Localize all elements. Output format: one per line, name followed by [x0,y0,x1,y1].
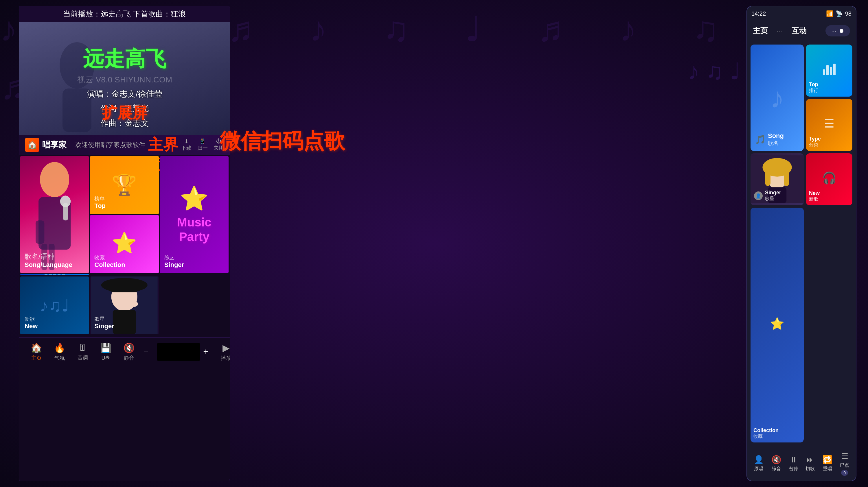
phone-mute-icon: 🔇 [771,455,781,464]
volume-display[interactable] [157,343,200,361]
now-playing-bar: 当前播放：远走高飞 下首歌曲：狂浪 [19,6,230,22]
phone-menu-new[interactable]: 🎧 New 新歌 [806,153,852,205]
phone-status-icons: 📶 📡 98 [826,10,851,17]
phone-new-en: New [809,190,820,196]
svg-point-3 [40,162,69,197]
nav-pitch[interactable]: 🎚 音调 [71,343,94,361]
phone-mute-ctrl[interactable]: 🔇 静音 [771,455,781,472]
singer2-zh: 歌星 [94,316,114,322]
music-notes-decoration: ♪ ♫ ♩ [688,58,741,85]
category-new[interactable]: ♪♫♩ 新歌 New [20,277,89,334]
pitch-icon: 🎚 [78,343,87,353]
phone-type-zh: 分类 [809,142,821,148]
phone-status-bar: 14:22 📶 📡 98 [747,6,856,21]
variety-label: 综艺 Singer [164,254,184,269]
volume-slider-area: + [151,343,214,361]
mute-icon: 🔇 [123,343,135,353]
original-vocal-icon: 👤 [754,455,764,464]
top-zh: 榜单 [94,195,105,202]
phone-signal-icon: 📶 [826,10,833,17]
phone-menu-grid: ♪ 🎵 Song 歌名 Top 排行 [747,41,856,446]
phone-wifi-icon: 📡 [836,10,843,17]
phone-icon: 📱 [199,138,206,144]
video-info-line1: 演唱：金志文/徐佳莹 [19,87,230,101]
phone-next-ctrl[interactable]: ⏭ 切歌 [806,455,815,472]
category-grid-row2: ♪♫♩ 新歌 New 歌星 Singer [19,277,230,337]
phone-tab-separator: ⋯ [777,27,783,35]
phone-new-zh: 新歌 [809,196,820,202]
phone-nav-tabs: 主页 ⋯ 互动 ··· ⏺ [747,21,856,41]
type-icon [44,274,65,275]
right-phone-panel: 14:22 📶 📡 98 主页 ⋯ 互动 ··· ⏺ ♪ 🎵 Song [746,6,857,481]
phone-queued-ctrl[interactable]: ☰ 已点 0 [840,451,849,476]
phone-label: 归一 [197,144,208,152]
variety-zh: 综艺 [164,254,184,261]
phone-type-icon: ☰ [824,117,834,130]
phone-next-label: 切歌 [806,466,815,472]
phone-top-icon [823,64,836,75]
header-icons: ⬇ 下载 📱 归一 ⏻ 关闭 [181,138,224,152]
nav-mute-label: 静音 [124,355,134,361]
download-label: 下载 [181,144,191,152]
category-collection[interactable]: ⭐ 收藏 Collection [90,215,159,273]
phone-queued-label: 已点 [840,462,849,468]
phone-song-icon-label: 🎵 Song 歌名 [755,132,784,147]
nav-pitch-label: 音调 [78,354,88,361]
singer-avatar-small: 👤 [754,191,763,200]
phone-tab-interact[interactable]: 互动 [792,26,807,36]
phone-pause-ctrl[interactable]: ⏸ 暂停 [789,455,798,472]
phone-menu-song[interactable]: ♪ 🎵 Song 歌名 [750,44,804,151]
nav-mute[interactable]: 🔇 静音 [118,343,141,361]
category-singer[interactable]: 歌名/语种 Song/Language [20,156,89,273]
home-icon: 🏠 [31,343,42,353]
download-button[interactable]: ⬇ 下载 [181,138,191,152]
phone-song-en: Song [768,132,784,140]
phone-song-label: 🎵 Song 歌名 [755,132,784,147]
phone-type-en: Type [809,136,821,142]
nav-atmosphere[interactable]: 🔥 气氛 [48,343,71,361]
phone-repeat-label: 重唱 [823,466,832,472]
plus-sign[interactable]: + [203,347,209,357]
phone-repeat-ctrl[interactable]: 🔁 重唱 [822,455,832,472]
main-left-panel: 当前播放：远走高飞 下首歌曲：狂浪 远走高飞 视云 V8.0 SHIYUNN.C… [19,6,230,481]
new-zh: 新歌 [25,316,38,322]
category-top[interactable]: 🏆 榜单 Top [90,156,159,214]
svg-point-15 [131,301,138,307]
phone-menu-singer[interactable]: 👤 Singer 歌星 [750,153,804,205]
phone-collection-en: Collection [753,427,779,433]
phone-button[interactable]: 📱 归一 [197,138,208,152]
svg-rect-5 [36,220,44,244]
top-icon: 🏆 [112,173,137,197]
phone-time: 14:22 [751,10,766,17]
nav-usb-label: U盘 [101,355,111,361]
nav-home[interactable]: 🏠 主页 [25,343,48,361]
phone-menu-top[interactable]: Top 排行 [806,44,852,97]
top-en: Top [94,202,105,210]
nav-usb[interactable]: 💾 U盘 [94,343,118,361]
category-singer2[interactable]: 歌星 Singer [90,277,159,334]
phone-new-icon: 🎧 [822,171,836,185]
phone-collection-zh: 收藏 [753,433,779,440]
nav-atmosphere-label: 气氛 [54,355,65,361]
singer-en-label: Song/Language [25,261,72,269]
queue-badge: 0 [841,470,848,476]
singer2-label: 歌星 Singer [94,316,114,330]
phone-action-button[interactable]: ··· ⏺ [826,25,850,36]
singer2-en: Singer [94,322,114,330]
phone-song-text: Song 歌名 [768,132,784,147]
phone-menu-collection[interactable]: ⭐ Collection 收藏 [750,208,804,443]
nav-play[interactable]: ▶ 播放 [214,343,230,361]
minus-sign: − [144,347,148,357]
video-song-title: 远走高飞 [19,45,230,73]
category-type[interactable]: 分类 Type [20,274,89,275]
phone-type-label: Type 分类 [809,136,821,148]
category-variety[interactable]: ⭐ MusicParty 综艺 Singer [160,156,228,273]
phone-tab-home[interactable]: 主页 [753,26,768,36]
category-grid: 歌名/语种 Song/Language 🏆 榜单 Top ⭐ 收藏 Collec… [19,155,230,277]
variety-star-icon: ⭐ [180,185,209,212]
phone-original-vocal[interactable]: 👤 原唱 [754,455,764,472]
phone-menu-type[interactable]: ☰ Type 分类 [806,99,852,151]
phone-record-icon: ⏺ [838,28,844,34]
phone-repeat-icon: 🔁 [822,455,832,464]
phone-singer-label: 👤 Singer 歌星 [754,190,781,202]
